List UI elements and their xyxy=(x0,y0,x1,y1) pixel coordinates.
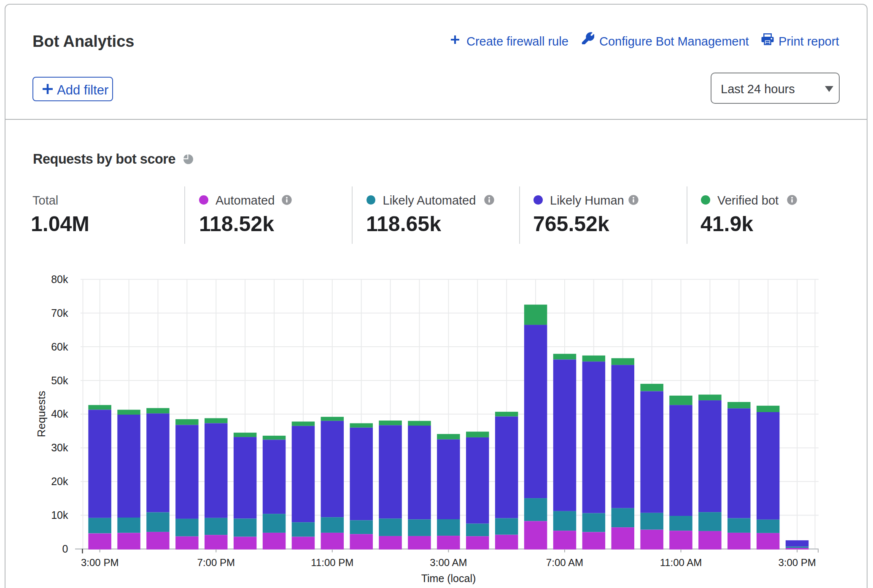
svg-text:60k: 60k xyxy=(51,341,68,353)
svg-text:10k: 10k xyxy=(51,509,68,521)
svg-text:3:00 PM: 3:00 PM xyxy=(81,557,119,568)
svg-text:70k: 70k xyxy=(51,307,68,319)
svg-text:7:00 AM: 7:00 AM xyxy=(546,557,583,568)
svg-text:11:00 AM: 11:00 AM xyxy=(660,557,702,568)
svg-text:Requests: Requests xyxy=(35,391,48,437)
svg-text:3:00 PM: 3:00 PM xyxy=(778,557,816,568)
svg-text:11:00 PM: 11:00 PM xyxy=(311,557,353,568)
svg-text:30k: 30k xyxy=(51,442,68,453)
svg-text:40k: 40k xyxy=(51,408,68,420)
svg-text:50k: 50k xyxy=(51,375,68,386)
svg-text:20k: 20k xyxy=(51,475,68,487)
svg-text:0: 0 xyxy=(62,543,68,555)
svg-text:80k: 80k xyxy=(51,273,68,285)
svg-text:3:00 AM: 3:00 AM xyxy=(430,557,467,568)
svg-text:7:00 PM: 7:00 PM xyxy=(197,557,235,568)
svg-text:Time (local): Time (local) xyxy=(421,572,476,584)
